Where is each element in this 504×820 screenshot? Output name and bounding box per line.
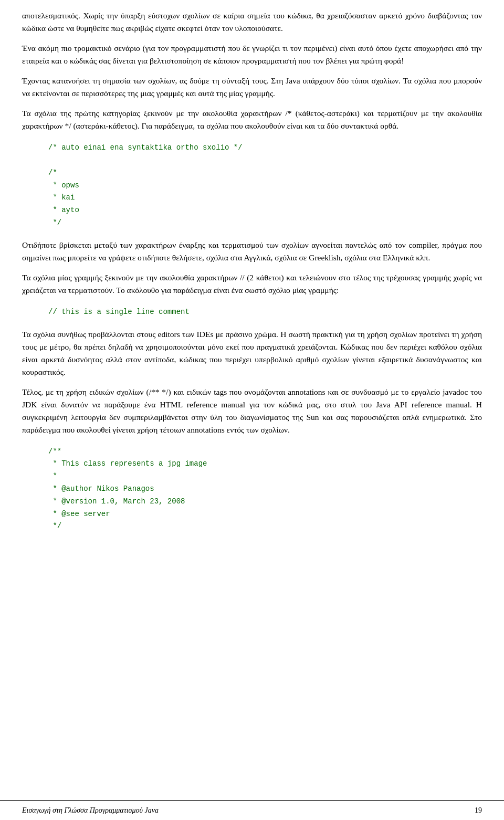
page-wrapper: αποτελεσματικός. Χωρίς την ύπαρξη εύστοχ… bbox=[0, 0, 504, 820]
paragraph-7: Τα σχόλια συνήθως προβάλλονται στους edi… bbox=[22, 328, 482, 379]
footer-title: Εισαγωγή στη Γλώσσα Προγραμματισμού Java bbox=[22, 805, 159, 816]
paragraph-6: Τα σχόλια μίας γραμμής ξεκινούν με την α… bbox=[22, 271, 482, 297]
code-block-2: // this is a single line comment bbox=[48, 306, 482, 319]
code-block-1: /* auto einai ena syntaktika ortho sxoli… bbox=[48, 142, 482, 229]
paragraph-8: Τέλος, με τη χρήση ειδικών σχολίων (/** … bbox=[22, 386, 482, 436]
code-block-3: /** * This class represents a jpg image … bbox=[48, 446, 482, 533]
paragraph-1: αποτελεσματικός. Χωρίς την ύπαρξη εύστοχ… bbox=[22, 9, 482, 35]
paragraph-4: Τα σχόλια της πρώτης κατηγορίας ξεκινούν… bbox=[22, 107, 482, 132]
content-area: αποτελεσματικός. Χωρίς την ύπαρξη εύστοχ… bbox=[0, 0, 504, 800]
paragraph-5: Οτιδήποτε βρίσκεται μεταξύ των χαρακτήρω… bbox=[22, 239, 482, 264]
footer-page-number: 19 bbox=[475, 805, 482, 816]
paragraph-3: Έχοντας κατανοήσει τη σημασία των σχολίω… bbox=[22, 75, 482, 100]
paragraph-2: Ένα ακόμη πιο τρομακτικό σενάριο (για το… bbox=[22, 42, 482, 67]
page-footer: Εισαγωγή στη Γλώσσα Προγραμματισμού Java… bbox=[0, 800, 504, 820]
